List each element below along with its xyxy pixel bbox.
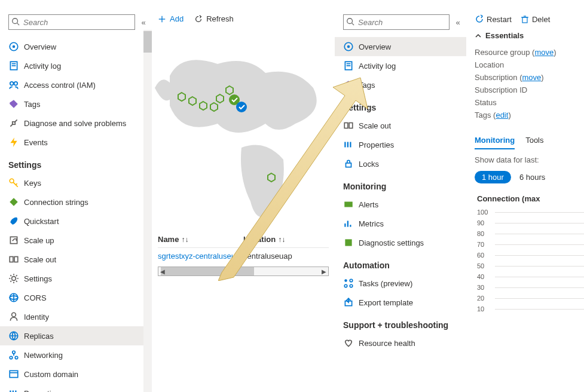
sidebar-item-label: Scale out — [359, 121, 391, 130]
gridline — [495, 309, 584, 310]
svg-point-22 — [12, 313, 16, 317]
sidebar-item-connstr[interactable]: Connection strings — [0, 192, 152, 212]
sidebar-item-identity[interactable]: Identity — [0, 307, 152, 326]
svg-point-61 — [344, 279, 347, 282]
column-location[interactable]: Location↑↓ — [243, 235, 329, 244]
sidebar-item-metrics[interactable]: Metrics — [335, 214, 466, 233]
svg-line-1 — [17, 23, 20, 26]
tab-monitoring[interactable]: Monitoring — [475, 132, 515, 149]
essentials-row: Tags (edit) — [472, 109, 584, 121]
svg-line-13 — [16, 183, 17, 185]
overview-icon — [8, 41, 19, 52]
search-box[interactable] — [343, 14, 450, 30]
refresh-label: Refresh — [206, 14, 234, 23]
sidebar-item-properties[interactable]: Properties — [335, 135, 466, 154]
sidebar-item-scaleout[interactable]: Scale out — [335, 116, 466, 135]
sidebar-item-heart[interactable]: Resource health — [335, 333, 466, 353]
sidebar-item-iam[interactable]: Access control (IAM) — [0, 75, 152, 94]
sidebar-item-tags[interactable]: Tags — [0, 94, 152, 114]
sidebar-item-locks[interactable]: Locks — [335, 154, 466, 173]
gridline — [495, 255, 584, 256]
connection-chart: 100908070605040302010 — [472, 209, 584, 329]
sidebar-item-cors[interactable]: CORS — [0, 288, 152, 307]
search-box[interactable] — [8, 14, 135, 30]
search-input[interactable] — [347, 18, 445, 27]
essentials-link[interactable]: edit — [496, 111, 508, 120]
sidebar-item-scaleup[interactable]: Scale up — [0, 231, 152, 250]
section-header: Monitoring — [335, 173, 466, 195]
svg-point-62 — [350, 279, 353, 282]
svg-point-63 — [344, 284, 347, 287]
sidebar-item-label: Events — [24, 138, 48, 147]
essentials-link[interactable]: move — [534, 48, 554, 57]
essentials-row: Subscription (move) — [472, 71, 584, 84]
settings-icon — [8, 273, 19, 284]
customdomain-icon — [8, 369, 19, 379]
sidebar-item-tasks[interactable]: Tasks (preview) — [335, 274, 466, 293]
sidebar-item-networking[interactable]: Networking — [0, 345, 152, 365]
sidebar-item-overview[interactable]: Overview — [0, 37, 152, 56]
sidebar-item-label: CORS — [24, 293, 47, 302]
show-data-label: Show data for last: — [472, 149, 584, 166]
add-label: Add — [170, 14, 184, 23]
add-button[interactable]: Add — [158, 14, 184, 23]
refresh-button[interactable]: Refresh — [194, 14, 234, 23]
y-tick-label: 90 — [477, 219, 484, 226]
sidebar-item-label: Scale out — [24, 255, 56, 264]
sidebar-item-export[interactable]: Export template — [335, 293, 466, 312]
sidebar-item-label: Tags — [24, 100, 40, 109]
connstr-icon — [8, 197, 19, 207]
essentials-toggle[interactable]: Essentials — [472, 29, 584, 46]
y-tick-label: 50 — [477, 262, 484, 270]
properties-icon — [343, 139, 354, 150]
time-range-option[interactable]: 1 hour — [475, 171, 511, 183]
sidebar-item-customdomain[interactable]: Custom domain — [0, 365, 152, 384]
sidebar-item-label: Export template — [359, 298, 413, 307]
sidebar-item-alerts[interactable]: Alerts — [335, 195, 466, 214]
section-header: Automation — [335, 252, 466, 274]
sidebar-item-label: Quickstart — [24, 217, 59, 226]
sidebar-item-tags[interactable]: Tags — [335, 75, 466, 94]
sidebar-item-events[interactable]: Events — [0, 133, 152, 152]
svg-point-43 — [347, 19, 353, 24]
horizontal-scrollbar[interactable]: ◀▶ — [158, 267, 329, 276]
sidebar-item-activity[interactable]: Activity log — [0, 56, 152, 75]
column-name[interactable]: Name↑↓ — [158, 235, 243, 244]
svg-rect-17 — [14, 257, 18, 262]
sidebar-item-quickstart[interactable]: Quickstart — [0, 212, 152, 231]
essentials-row: Location — [472, 59, 584, 71]
replica-link[interactable]: sgrtestxyz-centraluseu… — [158, 252, 243, 261]
tab-tools[interactable]: Tools — [525, 132, 543, 149]
sidebar-item-label: Connection strings — [24, 198, 88, 207]
svg-point-8 — [14, 82, 18, 85]
sidebar-item-label: Activity log — [24, 62, 61, 71]
svg-point-3 — [13, 45, 16, 48]
svg-marker-10 — [10, 137, 17, 147]
table-row[interactable]: sgrtestxyz-centraluseu…centraluseuap — [158, 247, 329, 264]
sidebar-item-label: Replicas — [24, 332, 54, 341]
sidebar-item-settings[interactable]: Settings — [0, 269, 152, 288]
sidebar-item-activity[interactable]: Activity log — [335, 56, 466, 75]
trash-icon — [520, 14, 530, 24]
sidebar-item-diagnose[interactable]: Diagnose and solve problems — [0, 114, 152, 133]
sidebar-item-replicas[interactable]: Replicas — [0, 326, 152, 345]
time-range-option[interactable]: 6 hours — [519, 173, 545, 182]
collapse-left-icon[interactable]: « — [452, 18, 464, 27]
essentials-link[interactable]: move — [522, 73, 541, 82]
sidebar-item-label: Overview — [359, 42, 391, 51]
quickstart-icon — [8, 216, 19, 226]
collapse-left-icon[interactable]: « — [137, 18, 149, 27]
search-input[interactable] — [13, 18, 131, 27]
sidebar-item-diagset[interactable]: Diagnostic settings — [335, 233, 466, 252]
restart-button[interactable]: Restart — [475, 14, 512, 24]
sidebar-item-overview[interactable]: Overview — [335, 37, 466, 56]
svg-rect-51 — [349, 123, 353, 128]
sidebar-item-label: Properties — [359, 140, 394, 149]
sidebar-item-scaleout[interactable]: Scale out — [0, 250, 152, 269]
sidebar-item-properties[interactable]: Properties — [0, 384, 152, 392]
svg-point-7 — [10, 82, 14, 85]
activity-icon — [343, 60, 354, 71]
gridline — [495, 277, 584, 277]
delete-button[interactable]: Delet — [520, 14, 550, 24]
sidebar-item-key[interactable]: Keys — [0, 173, 152, 192]
